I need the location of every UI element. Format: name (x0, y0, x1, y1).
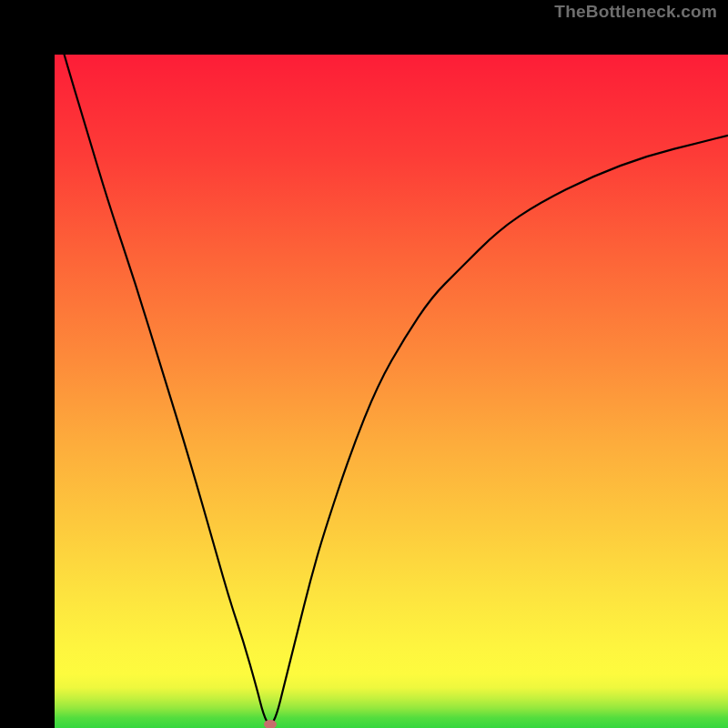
minimum-marker-icon (264, 720, 277, 728)
chart-frame (0, 0, 728, 728)
bottleneck-curve (55, 55, 728, 728)
watermark-text: TheBottleneck.com (554, 2, 717, 22)
chart-plot-area (55, 55, 728, 728)
